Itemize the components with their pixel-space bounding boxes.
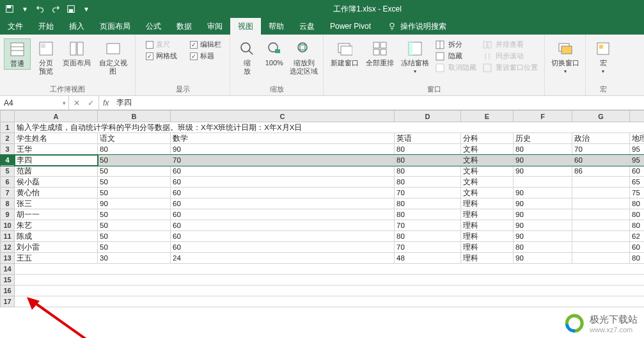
- cell[interactable]: 62: [630, 231, 645, 242]
- cell[interactable]: 60: [171, 177, 395, 188]
- cell[interactable]: 80: [630, 198, 645, 209]
- row-header[interactable]: 7: [1, 188, 15, 198]
- cell[interactable]: 50: [98, 166, 171, 177]
- cell[interactable]: 李四: [15, 155, 98, 166]
- cell[interactable]: 80: [630, 253, 645, 264]
- cell[interactable]: 王华: [15, 144, 98, 155]
- name-box[interactable]: A4: [0, 96, 69, 109]
- cell[interactable]: 60: [171, 188, 395, 198]
- cell[interactable]: 文科: [461, 144, 514, 155]
- cell[interactable]: 60: [171, 231, 395, 242]
- cell[interactable]: 50: [98, 242, 171, 253]
- cell[interactable]: 50: [98, 188, 171, 198]
- cell[interactable]: 65: [630, 177, 645, 188]
- col-header-A[interactable]: A: [15, 111, 98, 122]
- cell[interactable]: 90: [514, 253, 572, 264]
- cell[interactable]: 86: [572, 166, 630, 177]
- cell[interactable]: 50: [98, 231, 171, 242]
- cell[interactable]: 90: [98, 198, 171, 209]
- cell[interactable]: 60: [171, 166, 395, 177]
- tab-view[interactable]: 视图: [230, 18, 261, 35]
- cell[interactable]: 黄心怡: [15, 188, 98, 198]
- cell[interactable]: 50: [98, 177, 171, 188]
- cell[interactable]: 理科: [461, 209, 514, 220]
- col-header-C[interactable]: C: [171, 111, 395, 122]
- cell[interactable]: [572, 220, 630, 231]
- cell[interactable]: 历史: [514, 133, 572, 144]
- row-header[interactable]: 12: [1, 242, 15, 253]
- cell[interactable]: 理科: [461, 198, 514, 209]
- cell[interactable]: 70: [395, 220, 461, 231]
- cell[interactable]: 80: [395, 209, 461, 220]
- cell[interactable]: 理科: [461, 242, 514, 253]
- zoom-100-button[interactable]: 100%: [262, 38, 288, 68]
- row-header[interactable]: 15: [1, 275, 15, 286]
- cell[interactable]: 30: [98, 253, 171, 264]
- cell[interactable]: 90: [514, 231, 572, 242]
- cell[interactable]: 80: [395, 155, 461, 166]
- save-icon[interactable]: [3, 2, 17, 16]
- view-pagebreak-button[interactable]: 分页 预览: [32, 38, 59, 76]
- cell[interactable]: 90: [514, 198, 572, 209]
- zoom-selection-button[interactable]: 缩放到 选定区域: [288, 38, 319, 76]
- cell[interactable]: 刘小雷: [15, 242, 98, 253]
- tab-review[interactable]: 审阅: [200, 18, 230, 35]
- row-header[interactable]: 2: [1, 133, 15, 144]
- arrange-all-button[interactable]: 全部重排: [363, 38, 397, 68]
- cell[interactable]: 朱艺: [15, 220, 98, 231]
- row-header[interactable]: 13: [1, 253, 15, 264]
- qat-more-icon[interactable]: ▾: [79, 2, 93, 16]
- cell[interactable]: 80: [630, 209, 645, 220]
- freeze-panes-button[interactable]: 冻结窗格▾: [398, 38, 432, 76]
- cell[interactable]: 80: [395, 231, 461, 242]
- tab-cloud[interactable]: 云盘: [292, 18, 322, 35]
- cell[interactable]: 文科: [461, 166, 514, 177]
- cell[interactable]: 90: [514, 155, 572, 166]
- cell[interactable]: 48: [395, 253, 461, 264]
- split-button[interactable]: 拆分: [436, 40, 476, 49]
- cell[interactable]: 95: [630, 155, 645, 166]
- cell[interactable]: 60: [171, 198, 395, 209]
- view-pagelayout-button[interactable]: 页面布局: [61, 38, 93, 68]
- cell[interactable]: [572, 242, 630, 253]
- cell[interactable]: 文科: [461, 188, 514, 198]
- col-header-G[interactable]: G: [572, 111, 630, 122]
- cell[interactable]: 英语: [395, 133, 461, 144]
- cell[interactable]: 80: [514, 144, 572, 155]
- zoom-button[interactable]: 缩 放: [234, 38, 260, 76]
- cell[interactable]: 陈成: [15, 231, 98, 242]
- worksheet[interactable]: A B C D E F G 1输入学生成绩，自动统计学科的平均分等数据。班级：X…: [0, 110, 644, 338]
- cell[interactable]: 80: [395, 144, 461, 155]
- cell[interactable]: 90: [171, 144, 395, 155]
- cell[interactable]: 张三: [15, 198, 98, 209]
- switch-window-button[interactable]: 切换窗口▾: [549, 38, 581, 76]
- cell[interactable]: [572, 253, 630, 264]
- cell[interactable]: 90: [514, 209, 572, 220]
- view-custom-button[interactable]: 自定义视图: [95, 38, 131, 76]
- cell[interactable]: 理科: [461, 253, 514, 264]
- cell[interactable]: 70: [572, 144, 630, 155]
- cell[interactable]: 80: [630, 220, 645, 231]
- row-header[interactable]: 1: [1, 122, 15, 133]
- col-header-E[interactable]: E: [461, 111, 514, 122]
- cell[interactable]: 60: [572, 155, 630, 166]
- cell[interactable]: 60: [630, 166, 645, 177]
- cell[interactable]: 80: [395, 198, 461, 209]
- cell[interactable]: 王五: [15, 253, 98, 264]
- cell[interactable]: 50: [98, 220, 171, 231]
- select-all-corner[interactable]: [1, 111, 15, 122]
- cell[interactable]: 90: [514, 188, 572, 198]
- cell[interactable]: 80: [514, 242, 572, 253]
- row-header[interactable]: 5: [1, 166, 15, 177]
- cell[interactable]: 95: [630, 144, 645, 155]
- cell[interactable]: 范茜: [15, 166, 98, 177]
- cell[interactable]: 侯小磊: [15, 177, 98, 188]
- confirm-edit-icon[interactable]: ✓: [86, 99, 96, 108]
- col-header-D[interactable]: D: [395, 111, 461, 122]
- checkbox-gridlines[interactable]: ✓网格线: [146, 51, 177, 61]
- cell[interactable]: 70: [171, 155, 395, 166]
- tab-power-pivot[interactable]: Power Pivot: [322, 18, 379, 35]
- redo-icon[interactable]: [49, 2, 63, 16]
- cell[interactable]: 文科: [461, 155, 514, 166]
- checkbox-headings[interactable]: ✓标题: [190, 51, 221, 61]
